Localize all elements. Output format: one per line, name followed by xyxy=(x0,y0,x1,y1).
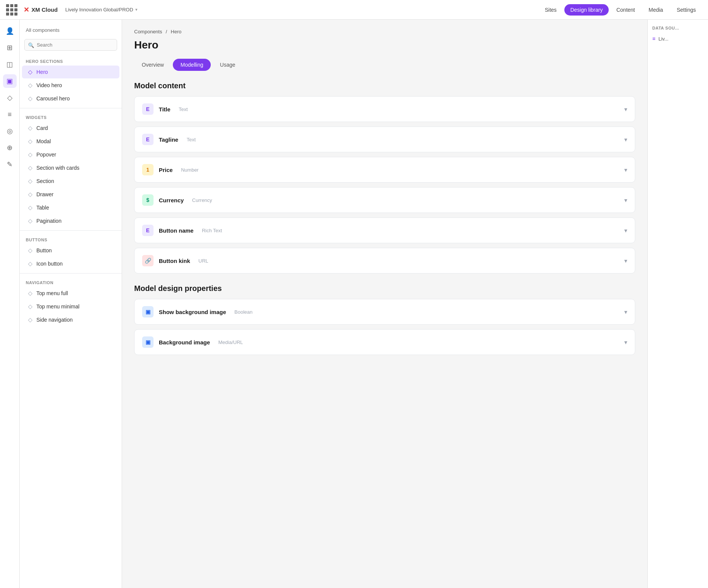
carousel-hero-label: Carousel hero xyxy=(36,95,70,102)
divider-3 xyxy=(20,273,122,274)
top-menu-full-icon: ◇ xyxy=(28,290,33,297)
tab-overview[interactable]: Overview xyxy=(134,59,171,71)
icon-button-label: Icon button xyxy=(36,261,63,267)
model-card-bg-image-left: ▣ Background image Media/URL xyxy=(142,336,243,348)
sidebar-item-side-navigation[interactable]: ◇ Side navigation xyxy=(22,313,119,326)
model-card-bg-image[interactable]: ▣ Background image Media/URL ▾ xyxy=(134,329,635,355)
sidebar-item-icon-button[interactable]: ◇ Icon button xyxy=(22,257,119,270)
model-card-button-kink[interactable]: 🔗 Button kink URL ▾ xyxy=(134,248,635,274)
data-source-panel: Data sou... ≡ Liv... xyxy=(647,20,708,588)
model-card-price[interactable]: 1 Price Number ▾ xyxy=(134,157,635,183)
pagination-label: Pagination xyxy=(36,218,61,224)
show-bg-field-name: Show background image xyxy=(159,309,226,315)
card-icon: ◇ xyxy=(28,125,33,131)
data-source-item-icon: ≡ xyxy=(652,36,655,42)
currency-field-icon: $ xyxy=(142,194,154,206)
button-label: Button xyxy=(36,247,52,253)
sidebar-globe-icon[interactable]: ◎ xyxy=(3,124,17,138)
model-card-title-left: E Title Text xyxy=(142,103,188,115)
sidebar-item-modal[interactable]: ◇ Modal xyxy=(22,135,119,148)
section-icon: ◇ xyxy=(28,178,33,185)
nav-links: Sites Design library Content Media Setti… xyxy=(539,4,702,16)
sidebar-item-card[interactable]: ◇ Card xyxy=(22,122,119,134)
right-area: Components / Hero Hero Overview Modellin… xyxy=(122,20,708,588)
sidebar-add-icon[interactable]: ⊕ xyxy=(3,141,17,155)
side-navigation-label: Side navigation xyxy=(36,317,73,323)
sidebar-item-button[interactable]: ◇ Button xyxy=(22,244,119,257)
nav-sites[interactable]: Sites xyxy=(539,4,563,16)
title-field-icon: E xyxy=(142,103,154,115)
nav-design-library[interactable]: Design library xyxy=(564,4,609,16)
model-card-price-left: 1 Price Number xyxy=(142,164,199,175)
xm-logo-icon: ✕ xyxy=(23,6,29,14)
side-navigation-icon: ◇ xyxy=(28,316,33,323)
breadcrumb-parent[interactable]: Components xyxy=(134,29,162,34)
model-card-show-bg[interactable]: ▣ Show background image Boolean ▾ xyxy=(134,299,635,325)
model-card-currency[interactable]: $ Currency Currency ▾ xyxy=(134,187,635,213)
search-input[interactable] xyxy=(24,39,117,51)
tab-modelling[interactable]: Modelling xyxy=(173,59,211,71)
table-label: Table xyxy=(36,205,49,211)
title-field-name: Title xyxy=(159,106,171,113)
hero-sections-label: HERO SECTIONS xyxy=(20,55,122,65)
sidebar-item-video-hero[interactable]: ◇ Video hero xyxy=(22,79,119,92)
sidebar-diamond-icon[interactable]: ◇ xyxy=(3,91,17,105)
section-with-cards-label: Section with cards xyxy=(36,165,80,171)
sidebar-item-top-menu-full[interactable]: ◇ Top menu full xyxy=(22,287,119,300)
sidebar-item-section-with-cards[interactable]: ◇ Section with cards xyxy=(22,161,119,174)
model-content-title: Model content xyxy=(134,81,635,90)
button-name-field-chevron-icon: ▾ xyxy=(624,227,627,234)
model-card-tagline[interactable]: E Tagline Text ▾ xyxy=(134,127,635,152)
bg-image-field-name: Background image xyxy=(159,339,210,346)
tab-usage[interactable]: Usage xyxy=(212,59,243,71)
apps-grid[interactable] xyxy=(6,4,17,16)
search-container: 🔍 xyxy=(24,39,117,51)
price-field-icon: 1 xyxy=(142,164,154,175)
section-with-cards-icon: ◇ xyxy=(28,164,33,171)
sidebar-item-table[interactable]: ◇ Table xyxy=(22,201,119,214)
sidebar-item-drawer[interactable]: ◇ Drawer xyxy=(22,188,119,201)
sidebar-profile-icon[interactable]: 👤 xyxy=(3,24,17,38)
sidebar-list-icon[interactable]: ≡ xyxy=(3,108,17,121)
popover-icon: ◇ xyxy=(28,151,33,158)
sidebar-item-top-menu-minimal[interactable]: ◇ Top menu minimal xyxy=(22,300,119,313)
drawer-icon: ◇ xyxy=(28,191,33,198)
model-card-title[interactable]: E Title Text ▾ xyxy=(134,96,635,122)
breadcrumb: Components / Hero xyxy=(134,29,635,34)
brand-selector[interactable]: Lively Innovation Global/PROD ▾ xyxy=(65,7,138,13)
hero-label: Hero xyxy=(36,69,48,75)
bg-image-field-icon: ▣ xyxy=(142,336,154,348)
top-menu-full-label: Top menu full xyxy=(36,290,68,296)
breadcrumb-current: Hero xyxy=(171,29,182,34)
nav-settings[interactable]: Settings xyxy=(670,4,702,16)
all-components-label: All components xyxy=(20,24,122,36)
sidebar-edit-icon[interactable]: ✎ xyxy=(3,158,17,171)
currency-field-type: Currency xyxy=(192,197,212,203)
show-bg-field-type: Boolean xyxy=(235,309,253,315)
model-card-tagline-left: E Tagline Text xyxy=(142,134,196,145)
sidebar-grid-icon[interactable]: ⊞ xyxy=(3,41,17,55)
title-field-chevron-icon: ▾ xyxy=(624,106,627,113)
data-source-item[interactable]: ≡ Liv... xyxy=(652,36,703,42)
sidebar-item-pagination[interactable]: ◇ Pagination xyxy=(22,214,119,227)
divider-2 xyxy=(20,230,122,231)
icon-sidebar: 👤 ⊞ ◫ ▣ ◇ ≡ ◎ ⊕ ✎ xyxy=(0,20,20,588)
sidebar-layout-icon[interactable]: ◫ xyxy=(3,58,17,71)
button-name-field-icon: E xyxy=(142,225,154,236)
nav-content[interactable]: Content xyxy=(610,4,641,16)
sidebar-item-hero[interactable]: ◇ Hero xyxy=(22,66,119,78)
icon-button-icon: ◇ xyxy=(28,260,33,267)
model-card-button-name[interactable]: E Button name Rich Text ▾ xyxy=(134,217,635,243)
sidebar-item-popover[interactable]: ◇ Popover xyxy=(22,148,119,161)
sidebar-components-icon[interactable]: ▣ xyxy=(3,74,17,88)
nav-media[interactable]: Media xyxy=(642,4,669,16)
tagline-field-icon: E xyxy=(142,134,154,145)
sidebar-item-section[interactable]: ◇ Section xyxy=(22,175,119,188)
data-source-title: Data sou... xyxy=(652,26,703,30)
currency-field-name: Currency xyxy=(159,197,184,203)
sidebar-item-carousel-hero[interactable]: ◇ Carousel hero xyxy=(22,92,119,105)
brand-name: Lively Innovation Global/PROD xyxy=(65,7,133,13)
pagination-icon: ◇ xyxy=(28,217,33,224)
modal-label: Modal xyxy=(36,138,51,144)
model-design-section: Model design properties ▣ Show backgroun… xyxy=(134,284,635,355)
